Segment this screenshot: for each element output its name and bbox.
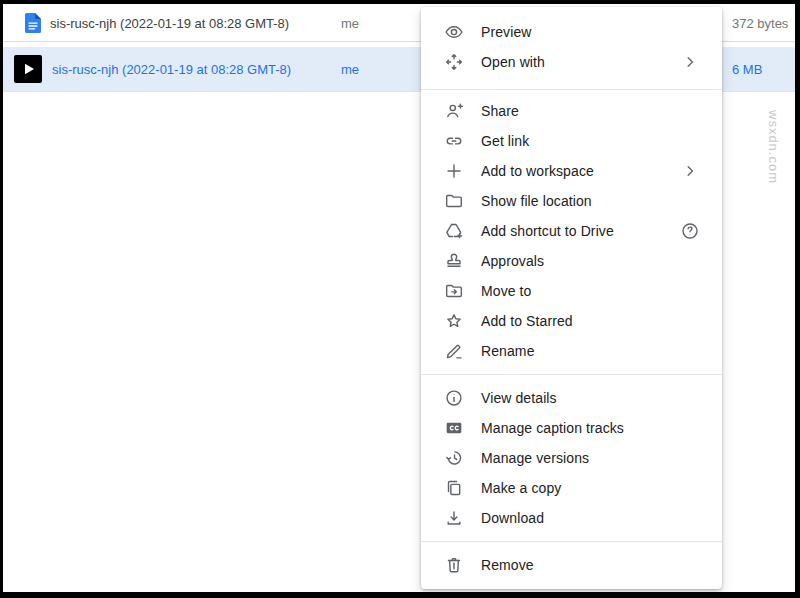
file-size: 372 bytes	[732, 15, 788, 30]
menu-section: View details Manage caption tracks Manag…	[421, 374, 722, 541]
menu-item-label: Download	[481, 510, 700, 526]
menu-item-remove[interactable]: Remove	[421, 550, 722, 580]
menu-item-open-with[interactable]: Open with	[421, 47, 722, 77]
help-icon[interactable]	[680, 221, 700, 241]
menu-section: Preview Open with	[421, 7, 722, 89]
menu-item-get-link[interactable]: Get link	[421, 126, 722, 156]
menu-item-label: Rename	[481, 343, 700, 359]
menu-item-label: Remove	[481, 557, 700, 573]
context-menu: Preview Open with Share Get link Add to …	[421, 7, 722, 589]
star-icon	[444, 311, 464, 331]
closed-captions-icon	[444, 418, 464, 438]
menu-item-move-to[interactable]: Move to	[421, 276, 722, 306]
menu-item-add-to-starred[interactable]: Add to Starred	[421, 306, 722, 336]
pencil-icon	[444, 341, 464, 361]
menu-item-make-a-copy[interactable]: Make a copy	[421, 473, 722, 503]
menu-item-label: Manage versions	[481, 450, 700, 466]
download-icon	[444, 508, 464, 528]
menu-item-preview[interactable]: Preview	[421, 17, 722, 47]
plus-icon	[444, 161, 464, 181]
menu-item-label: Add to workspace	[481, 163, 680, 179]
drive-add-icon	[444, 221, 464, 241]
menu-item-share[interactable]: Share	[421, 96, 722, 126]
menu-item-view-details[interactable]: View details	[421, 383, 722, 413]
menu-item-label: Make a copy	[481, 480, 700, 496]
menu-item-label: Manage caption tracks	[481, 420, 700, 436]
person-add-icon	[444, 101, 464, 121]
menu-item-add-to-workspace[interactable]: Add to workspace	[421, 156, 722, 186]
file-size: 6 MB	[732, 62, 762, 77]
menu-item-label: Approvals	[481, 253, 700, 269]
file-owner: me	[341, 15, 359, 30]
folder-icon	[444, 191, 464, 211]
menu-item-label: Get link	[481, 133, 700, 149]
approval-stamp-icon	[444, 251, 464, 271]
eye-icon	[444, 22, 464, 42]
info-icon	[444, 388, 464, 408]
menu-item-label: Add to Starred	[481, 313, 700, 329]
menu-item-label: Show file location	[481, 193, 700, 209]
watermark: wsxdn.com	[766, 110, 781, 184]
menu-item-rename[interactable]: Rename	[421, 336, 722, 366]
menu-item-manage-caption-tracks[interactable]: Manage caption tracks	[421, 413, 722, 443]
menu-item-add-shortcut-to-drive[interactable]: Add shortcut to Drive	[421, 216, 722, 246]
menu-item-approvals[interactable]: Approvals	[421, 246, 722, 276]
screenshot-frame: sis-rusc-njh (2022-01-19 at 08:28 GMT-8)…	[0, 0, 800, 598]
menu-item-download[interactable]: Download	[421, 503, 722, 533]
copy-icon	[444, 478, 464, 498]
menu-section: Share Get link Add to workspace Show fil…	[421, 89, 722, 374]
file-owner: me	[341, 62, 359, 77]
menu-item-label: Move to	[481, 283, 700, 299]
menu-item-label: Add shortcut to Drive	[481, 223, 680, 239]
menu-item-label: Share	[481, 103, 700, 119]
file-name: sis-rusc-njh (2022-01-19 at 08:28 GMT-8)	[52, 62, 291, 77]
folder-move-icon	[444, 281, 464, 301]
history-icon	[444, 448, 464, 468]
menu-item-label: Open with	[481, 54, 680, 70]
link-icon	[444, 131, 464, 151]
file-name: sis-rusc-njh (2022-01-19 at 08:28 GMT-8)	[50, 15, 289, 30]
chevron-right-icon	[680, 161, 700, 181]
google-docs-icon	[25, 13, 41, 33]
menu-item-label: View details	[481, 390, 700, 406]
video-thumbnail-icon	[14, 55, 42, 83]
menu-item-show-file-location[interactable]: Show file location	[421, 186, 722, 216]
menu-item-manage-versions[interactable]: Manage versions	[421, 443, 722, 473]
chevron-right-icon	[680, 52, 700, 72]
open-with-icon	[444, 52, 464, 72]
menu-item-label: Preview	[481, 24, 700, 40]
trash-icon	[444, 555, 464, 575]
menu-section: Remove	[421, 541, 722, 589]
